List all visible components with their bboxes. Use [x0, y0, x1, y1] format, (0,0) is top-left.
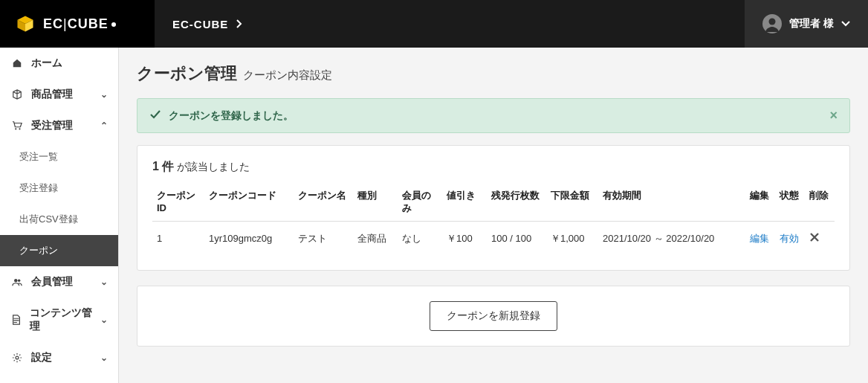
- sidebar-item-order-register[interactable]: 受注登録: [0, 173, 118, 204]
- svg-point-9: [16, 356, 19, 359]
- chevron-right-icon: [236, 19, 243, 28]
- result-count: 1 件 が該当しました: [152, 159, 835, 175]
- cube-icon: [10, 89, 24, 100]
- coupon-table: クーポンID クーポンコード クーポン名 種別 会員のみ 値引き 残発行枚数 下…: [152, 184, 835, 257]
- action-card: クーポンを新規登録: [137, 286, 850, 347]
- chevron-down-icon: [841, 21, 850, 27]
- sidebar-item-settings[interactable]: 設定 ⌄: [0, 342, 118, 373]
- gear-icon: [10, 353, 24, 363]
- sidebar-item-coupon[interactable]: クーポン: [0, 235, 118, 266]
- cell-code: 1yr109gmcz0g: [204, 221, 294, 257]
- svg-point-5: [15, 128, 16, 129]
- th-min: 下限金額: [546, 184, 598, 221]
- sidebar-item-order-list[interactable]: 受注一覧: [0, 141, 118, 173]
- close-icon: [809, 232, 820, 242]
- main-content: クーポン管理クーポン内容設定 クーポンを登録しました。 × 1 件 が該当しまし…: [119, 48, 868, 383]
- cell-type: 全商品: [353, 221, 398, 257]
- svg-point-7: [14, 279, 17, 282]
- cart-icon: [10, 120, 24, 131]
- top-breadcrumb[interactable]: EC-CUBE: [155, 18, 261, 30]
- chevron-up-icon: ⌃: [100, 120, 108, 131]
- th-discount: 値引き: [442, 184, 487, 221]
- th-member: 会員のみ: [398, 184, 442, 221]
- svg-point-4: [769, 19, 776, 25]
- document-icon: [10, 315, 22, 325]
- brand-text: EC|CUBE: [43, 16, 116, 32]
- cell-period: 2021/10/20 ～ 2022/10/20: [598, 221, 745, 257]
- home-icon: [10, 58, 24, 68]
- th-stock: 残発行枚数: [487, 184, 546, 221]
- sidebar-item-shipping-csv[interactable]: 出荷CSV登録: [0, 204, 118, 235]
- delete-button[interactable]: [805, 221, 835, 257]
- cell-member: なし: [398, 221, 442, 257]
- sidebar: ホーム 商品管理 ⌄ 受注管理 ⌃ 受注一覧 受注登録 出荷CSV登録 クーポン…: [0, 48, 119, 383]
- th-status: 状態: [775, 184, 805, 221]
- th-edit: 編集: [745, 184, 775, 221]
- chevron-down-icon: ⌄: [100, 315, 108, 325]
- sidebar-item-product[interactable]: 商品管理 ⌄: [0, 79, 118, 110]
- th-id: クーポンID: [152, 184, 204, 221]
- cell-name: テスト: [294, 221, 353, 257]
- sidebar-item-home[interactable]: ホーム: [0, 48, 118, 79]
- logo-icon: [15, 13, 36, 34]
- result-card: 1 件 が該当しました クーポンID クーポンコード クーポン名 種別 会員のみ…: [137, 145, 850, 271]
- table-row: 1 1yr109gmcz0g テスト 全商品 なし ￥100 100 / 100…: [152, 221, 835, 257]
- success-alert: クーポンを登録しました。 ×: [137, 98, 850, 133]
- check-icon: [149, 109, 161, 123]
- th-delete: 削除: [805, 184, 835, 221]
- page-title: クーポン管理クーポン内容設定: [137, 62, 850, 85]
- svg-point-8: [18, 280, 21, 283]
- sidebar-item-content[interactable]: コンテンツ管理 ⌄: [0, 297, 118, 342]
- th-name: クーポン名: [294, 184, 353, 221]
- th-type: 種別: [353, 184, 398, 221]
- svg-point-6: [19, 128, 20, 129]
- chevron-down-icon: ⌄: [100, 353, 108, 363]
- cell-stock: 100 / 100: [487, 221, 546, 257]
- users-icon: [10, 277, 24, 287]
- new-coupon-button[interactable]: クーポンを新規登録: [430, 301, 557, 331]
- close-icon[interactable]: ×: [829, 108, 838, 123]
- th-period: 有効期間: [598, 184, 745, 221]
- status-link[interactable]: 有効: [775, 221, 805, 257]
- sidebar-item-owners-store[interactable]: オーナーズストア ⌄: [0, 373, 118, 383]
- chevron-down-icon: ⌄: [100, 277, 108, 287]
- topbar: EC|CUBE EC-CUBE 管理者 様: [0, 0, 868, 48]
- th-code: クーポンコード: [204, 184, 294, 221]
- cell-min: ￥1,000: [546, 221, 598, 257]
- user-icon: [762, 14, 782, 33]
- cell-id: 1: [152, 221, 204, 257]
- sidebar-item-order[interactable]: 受注管理 ⌃: [0, 110, 118, 141]
- user-menu[interactable]: 管理者 様: [745, 0, 868, 48]
- cell-discount: ￥100: [442, 221, 487, 257]
- chevron-down-icon: ⌄: [100, 89, 108, 100]
- edit-link[interactable]: 編集: [745, 221, 775, 257]
- sidebar-item-customer[interactable]: 会員管理 ⌄: [0, 266, 118, 297]
- brand[interactable]: EC|CUBE: [0, 0, 155, 48]
